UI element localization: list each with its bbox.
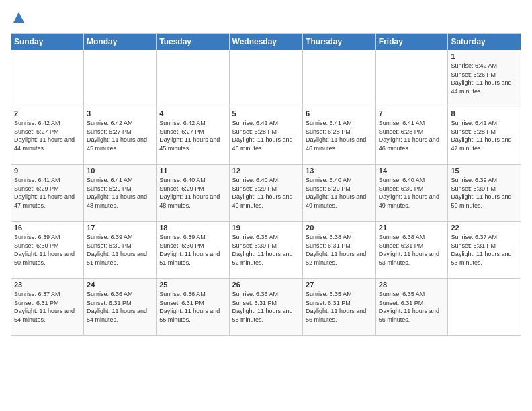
calendar-cell (229, 50, 303, 107)
day-number: 5 (232, 109, 300, 118)
day-info: Sunrise: 6:38 AM Sunset: 6:31 PM Dayligh… (306, 233, 373, 267)
calendar-cell: 23Sunrise: 6:37 AM Sunset: 6:31 PM Dayli… (11, 279, 84, 336)
calendar-cell: 21Sunrise: 6:38 AM Sunset: 6:31 PM Dayli… (375, 222, 448, 279)
day-info: Sunrise: 6:35 AM Sunset: 6:31 PM Dayligh… (306, 290, 373, 324)
col-header-thursday: Thursday (303, 34, 376, 50)
calendar-cell: 4Sunrise: 6:42 AM Sunset: 6:27 PM Daylig… (157, 107, 229, 165)
col-header-wednesday: Wednesday (229, 34, 303, 50)
calendar-cell: 27Sunrise: 6:35 AM Sunset: 6:31 PM Dayli… (303, 279, 376, 336)
day-number: 9 (14, 167, 81, 175)
day-info: Sunrise: 6:41 AM Sunset: 6:29 PM Dayligh… (87, 176, 153, 210)
day-info: Sunrise: 6:40 AM Sunset: 6:30 PM Dayligh… (379, 176, 445, 210)
day-number: 18 (159, 224, 226, 232)
col-header-sunday: Sunday (11, 34, 84, 50)
calendar-cell (448, 279, 521, 336)
calendar-cell: 20Sunrise: 6:38 AM Sunset: 6:31 PM Dayli… (303, 222, 376, 279)
day-number: 2 (14, 109, 81, 118)
day-number: 26 (232, 281, 300, 289)
calendar-cell: 13Sunrise: 6:40 AM Sunset: 6:29 PM Dayli… (303, 165, 376, 222)
logo-icon (12, 11, 26, 24)
calendar-cell: 3Sunrise: 6:42 AM Sunset: 6:27 PM Daylig… (84, 107, 157, 165)
day-number: 10 (87, 167, 153, 175)
day-info: Sunrise: 6:39 AM Sunset: 6:30 PM Dayligh… (14, 233, 81, 267)
calendar-cell (157, 50, 229, 107)
day-info: Sunrise: 6:41 AM Sunset: 6:29 PM Dayligh… (14, 176, 81, 210)
calendar-cell (375, 50, 448, 107)
day-number: 1 (451, 52, 518, 60)
col-header-tuesday: Tuesday (157, 34, 229, 50)
day-number: 15 (451, 167, 518, 175)
day-info: Sunrise: 6:42 AM Sunset: 6:27 PM Dayligh… (14, 119, 81, 152)
calendar-cell: 8Sunrise: 6:41 AM Sunset: 6:28 PM Daylig… (448, 107, 521, 165)
day-info: Sunrise: 6:36 AM Sunset: 6:31 PM Dayligh… (87, 290, 153, 324)
calendar-cell: 9Sunrise: 6:41 AM Sunset: 6:29 PM Daylig… (11, 165, 84, 222)
day-info: Sunrise: 6:41 AM Sunset: 6:28 PM Dayligh… (379, 119, 445, 152)
svg-marker-0 (13, 12, 24, 23)
day-number: 7 (379, 109, 445, 118)
day-number: 20 (306, 224, 373, 232)
day-number: 6 (306, 109, 373, 118)
day-info: Sunrise: 6:35 AM Sunset: 6:31 PM Dayligh… (379, 290, 445, 324)
day-info: Sunrise: 6:42 AM Sunset: 6:27 PM Dayligh… (159, 119, 226, 152)
calendar-cell: 10Sunrise: 6:41 AM Sunset: 6:29 PM Dayli… (84, 165, 157, 222)
day-number: 25 (159, 281, 226, 289)
day-info: Sunrise: 6:38 AM Sunset: 6:31 PM Dayligh… (379, 233, 445, 267)
day-number: 21 (379, 224, 445, 232)
calendar-cell (11, 50, 84, 107)
calendar-cell: 6Sunrise: 6:41 AM Sunset: 6:28 PM Daylig… (303, 107, 376, 165)
calendar-cell: 14Sunrise: 6:40 AM Sunset: 6:30 PM Dayli… (375, 165, 448, 222)
calendar-cell: 19Sunrise: 6:38 AM Sunset: 6:30 PM Dayli… (229, 222, 303, 279)
day-number: 13 (306, 167, 373, 175)
day-number: 24 (87, 281, 153, 289)
day-info: Sunrise: 6:40 AM Sunset: 6:29 PM Dayligh… (306, 176, 373, 210)
calendar-cell: 26Sunrise: 6:36 AM Sunset: 6:31 PM Dayli… (229, 279, 303, 336)
calendar-cell: 12Sunrise: 6:40 AM Sunset: 6:29 PM Dayli… (229, 165, 303, 222)
day-number: 12 (232, 167, 300, 175)
calendar-cell: 5Sunrise: 6:41 AM Sunset: 6:28 PM Daylig… (229, 107, 303, 165)
day-info: Sunrise: 6:37 AM Sunset: 6:31 PM Dayligh… (451, 233, 518, 267)
day-info: Sunrise: 6:39 AM Sunset: 6:30 PM Dayligh… (87, 233, 153, 267)
day-info: Sunrise: 6:41 AM Sunset: 6:28 PM Dayligh… (232, 119, 300, 152)
day-info: Sunrise: 6:36 AM Sunset: 6:31 PM Dayligh… (232, 290, 300, 324)
day-number: 27 (306, 281, 373, 289)
calendar-cell: 24Sunrise: 6:36 AM Sunset: 6:31 PM Dayli… (84, 279, 157, 336)
calendar-cell: 11Sunrise: 6:40 AM Sunset: 6:29 PM Dayli… (157, 165, 229, 222)
day-info: Sunrise: 6:38 AM Sunset: 6:30 PM Dayligh… (232, 233, 300, 267)
day-info: Sunrise: 6:42 AM Sunset: 6:27 PM Dayligh… (87, 119, 153, 152)
col-header-saturday: Saturday (448, 34, 521, 50)
day-number: 23 (14, 281, 81, 289)
day-number: 3 (87, 109, 153, 118)
day-info: Sunrise: 6:40 AM Sunset: 6:29 PM Dayligh… (232, 176, 300, 210)
calendar-cell: 15Sunrise: 6:39 AM Sunset: 6:30 PM Dayli… (448, 165, 521, 222)
calendar-cell: 18Sunrise: 6:39 AM Sunset: 6:30 PM Dayli… (157, 222, 229, 279)
calendar-cell: 16Sunrise: 6:39 AM Sunset: 6:30 PM Dayli… (11, 222, 84, 279)
col-header-friday: Friday (375, 34, 448, 50)
day-info: Sunrise: 6:39 AM Sunset: 6:30 PM Dayligh… (451, 176, 518, 210)
day-info: Sunrise: 6:39 AM Sunset: 6:30 PM Dayligh… (159, 233, 226, 267)
day-info: Sunrise: 6:37 AM Sunset: 6:31 PM Dayligh… (14, 290, 81, 324)
logo (11, 11, 26, 28)
day-number: 19 (232, 224, 300, 232)
day-info: Sunrise: 6:40 AM Sunset: 6:29 PM Dayligh… (159, 176, 226, 210)
day-number: 28 (379, 281, 445, 289)
day-info: Sunrise: 6:41 AM Sunset: 6:28 PM Dayligh… (451, 119, 518, 152)
page-header (11, 11, 521, 28)
day-info: Sunrise: 6:41 AM Sunset: 6:28 PM Dayligh… (306, 119, 373, 152)
calendar-cell: 22Sunrise: 6:37 AM Sunset: 6:31 PM Dayli… (448, 222, 521, 279)
day-info: Sunrise: 6:42 AM Sunset: 6:26 PM Dayligh… (451, 62, 518, 95)
day-number: 22 (451, 224, 518, 232)
col-header-monday: Monday (84, 34, 157, 50)
day-number: 17 (87, 224, 153, 232)
day-number: 11 (159, 167, 226, 175)
calendar-cell: 2Sunrise: 6:42 AM Sunset: 6:27 PM Daylig… (11, 107, 84, 165)
day-number: 4 (159, 109, 226, 118)
calendar-cell (84, 50, 157, 107)
calendar-cell: 17Sunrise: 6:39 AM Sunset: 6:30 PM Dayli… (84, 222, 157, 279)
calendar-cell (303, 50, 376, 107)
day-info: Sunrise: 6:36 AM Sunset: 6:31 PM Dayligh… (159, 290, 226, 324)
calendar-cell: 28Sunrise: 6:35 AM Sunset: 6:31 PM Dayli… (375, 279, 448, 336)
calendar-cell: 1Sunrise: 6:42 AM Sunset: 6:26 PM Daylig… (448, 50, 521, 107)
day-number: 8 (451, 109, 518, 118)
calendar-cell: 25Sunrise: 6:36 AM Sunset: 6:31 PM Dayli… (157, 279, 229, 336)
calendar-table: SundayMondayTuesdayWednesdayThursdayFrid… (11, 33, 521, 336)
